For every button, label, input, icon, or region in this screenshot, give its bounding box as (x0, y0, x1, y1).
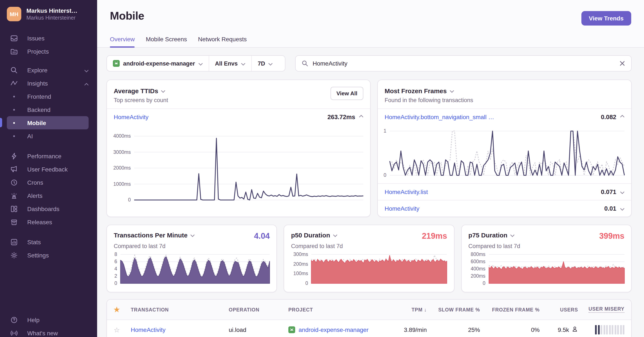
sidebar-item-insights[interactable]: Insights (0, 77, 97, 90)
sidebar-item-performance[interactable]: Performance (0, 149, 97, 163)
chart-plot[interactable] (312, 255, 447, 283)
sidebar-item-label: Issues (27, 35, 88, 41)
environment-selector-value: All Envs (215, 60, 238, 67)
date-range-value: 7D (258, 60, 265, 67)
sidebar-item-dashboards[interactable]: Dashboards (0, 202, 97, 215)
column-header-operation[interactable]: OPERATION (229, 307, 288, 312)
environment-selector[interactable]: All Envs (209, 56, 252, 71)
dashboards-icon (10, 205, 18, 213)
user-name: Markus Hinterst… (26, 7, 78, 14)
sidebar-item-alerts[interactable]: Alerts (0, 189, 97, 202)
chart-plot[interactable] (120, 255, 270, 283)
chevron-down-icon (268, 59, 273, 67)
frozen-row-collapsed[interactable]: HomeActivity.list 0.071 (378, 183, 631, 200)
card-subtitle: Compared to last 7d (291, 243, 447, 249)
chart-plot[interactable] (489, 255, 624, 283)
tab-overview[interactable]: Overview (110, 36, 135, 47)
p75-title-dropdown[interactable]: p75 Duration (468, 231, 514, 239)
view-trends-button[interactable]: View Trends (581, 11, 631, 25)
p50-duration-card: p50 Duration 219ms Compared to last 7d 3… (284, 225, 454, 292)
star-outline-icon[interactable]: ☆ (114, 326, 131, 334)
siren-icon (10, 192, 18, 199)
sidebar-item-label: Insights (27, 80, 84, 87)
star-filled-icon[interactable]: ★ (114, 306, 131, 314)
frozen-frame-cell: 0% (480, 326, 540, 333)
help-icon (10, 316, 18, 324)
sidebar-item-label: Crons (27, 179, 88, 186)
insights-icon (10, 79, 18, 87)
tab-mobile-screens[interactable]: Mobile Screens (146, 36, 187, 47)
frozen-row-collapsed[interactable]: HomeActivity 0.01 (378, 200, 631, 217)
most-frozen-frames-title-dropdown[interactable]: Most Frozen Frames (384, 87, 473, 94)
sidebar-item-crons[interactable]: Crons (0, 176, 97, 189)
clock-icon (10, 179, 18, 186)
tab-network-requests[interactable]: Network Requests (198, 36, 247, 47)
page-content: android-expense-manager All Envs 7D (97, 48, 644, 337)
transaction-link[interactable]: HomeActivity (131, 326, 229, 333)
user-menu[interactable]: MH Markus Hinterst… Markus Hintersteiner (0, 7, 97, 21)
filter-group: android-expense-manager All Envs 7D (106, 55, 285, 71)
bullet-icon (13, 135, 15, 137)
chevron-up-icon[interactable] (359, 113, 363, 121)
sidebar-item-ai[interactable]: AI (0, 129, 97, 143)
p50-title-dropdown[interactable]: p50 Duration (291, 231, 337, 239)
sidebar-item-frontend[interactable]: Frontend (0, 90, 97, 103)
table-row[interactable]: ☆ HomeActivity ui.load android-expense-m… (107, 320, 631, 337)
chart-plot[interactable] (134, 136, 363, 200)
transaction-link[interactable]: HomeActivity (384, 205, 419, 212)
sidebar-item-backend[interactable]: Backend (0, 103, 97, 116)
search-input-value: HomeActivity (313, 60, 615, 67)
card-subtitle: Compared to last 7d (114, 243, 270, 249)
column-header-slow-frame[interactable]: SLOW FRAME % (427, 307, 480, 312)
column-header-users[interactable]: USERS (540, 307, 578, 312)
average-ttid-chart: 4000ms3000ms2000ms1000ms0 (110, 136, 363, 200)
most-frozen-frames-card: Most Frozen Frames Found in the followin… (377, 80, 632, 217)
tpm-title-dropdown[interactable]: Transactions Per Minute (114, 231, 195, 239)
sidebar-item-stats[interactable]: Stats (0, 235, 97, 249)
transaction-link[interactable]: HomeActivity.bottom_navigation_small … (384, 114, 494, 120)
chevron-up-icon[interactable] (620, 113, 624, 121)
chart-plot[interactable] (390, 131, 624, 175)
chevron-down-icon[interactable] (620, 205, 624, 212)
y-axis-labels: 4000ms3000ms2000ms1000ms0 (110, 136, 134, 200)
sidebar-item-label: Settings (27, 252, 88, 259)
ttid-transaction-row[interactable]: HomeActivity 263.72ms (107, 108, 370, 125)
card-subtitle: Compared to last 7d (468, 243, 624, 249)
sidebar-item-explore[interactable]: Explore (0, 63, 97, 77)
sidebar-item-user-feedback[interactable]: User Feedback (0, 163, 97, 176)
bullet-icon (13, 109, 15, 110)
transaction-link[interactable]: HomeActivity (114, 114, 148, 120)
sidebar-item-projects[interactable]: Projects (0, 45, 97, 58)
project-selector[interactable]: android-expense-manager (107, 56, 209, 71)
page-title: Mobile (110, 9, 144, 22)
user-icon (572, 326, 578, 334)
project-link[interactable]: android-expense-manager (298, 326, 368, 333)
average-ttids-title-dropdown[interactable]: Average TTIDs (114, 87, 168, 94)
sidebar-item-releases[interactable]: Releases (0, 215, 97, 229)
frozen-row-expanded[interactable]: HomeActivity.bottom_navigation_small … 0… (378, 108, 631, 125)
sidebar-item-help[interactable]: Help (0, 313, 97, 326)
clear-search-icon[interactable] (619, 60, 625, 66)
date-range-selector[interactable]: 7D (252, 56, 279, 71)
sidebar-item-settings[interactable]: Settings (0, 249, 97, 262)
chevron-down-icon[interactable] (620, 188, 624, 196)
chevron-down-icon (198, 59, 203, 67)
sidebar-item-whats-new[interactable]: What's new (0, 326, 97, 337)
card-title: Transactions Per Minute (114, 231, 188, 239)
frozen-value: 0.082 (601, 114, 616, 120)
sidebar-item-label: AI (27, 133, 88, 139)
chevron-up-icon (84, 80, 88, 87)
search-input[interactable]: HomeActivity (295, 55, 632, 71)
column-header-transaction[interactable]: TRANSACTION (131, 307, 229, 312)
column-header-tpm[interactable]: TPM ↓ (386, 307, 427, 312)
transaction-link[interactable]: HomeActivity.list (384, 189, 428, 195)
view-all-button[interactable]: View All (330, 87, 363, 100)
sidebar-item-mobile[interactable]: Mobile (7, 116, 88, 129)
chevron-down-icon (190, 231, 195, 239)
ttid-value: 263.72ms (327, 114, 355, 120)
sidebar-item-issues[interactable]: Issues (0, 31, 97, 45)
column-header-frozen-frame[interactable]: FROZEN FRAME % (480, 307, 540, 312)
chevron-down-icon (241, 59, 245, 67)
column-header-user-misery[interactable]: USER MISERY (588, 306, 624, 313)
column-header-project[interactable]: PROJECT (288, 307, 386, 312)
